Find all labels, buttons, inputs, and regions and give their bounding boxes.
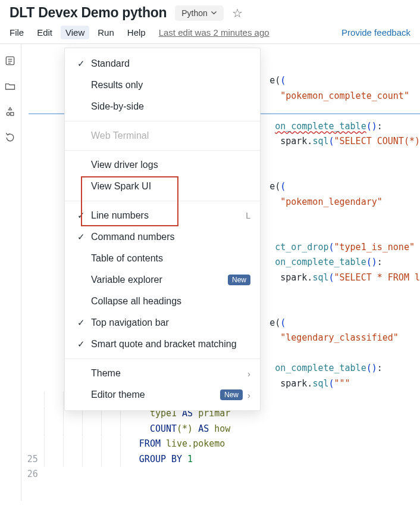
separator [65,201,260,201]
shortcut-label: L [246,211,250,220]
check-icon: ✓ [76,58,86,69]
dd-standard[interactable]: ✓ Standard [65,53,260,74]
separator [65,150,260,151]
menu-help[interactable]: Help [127,27,146,38]
chevron-right-icon: › [247,369,250,379]
dd-view-driver-logs[interactable]: View driver logs [65,154,260,176]
check-icon: ✓ [76,210,86,221]
dd-smart-quote[interactable]: ✓ Smart quote and bracket matching [65,333,260,355]
dd-results-only[interactable]: Results only [65,74,260,96]
folder-icon[interactable] [4,80,16,94]
dd-variable-explorer[interactable]: Variable explorer New [65,269,260,291]
svg-rect-5 [11,113,14,116]
dd-web-terminal: Web Terminal [65,125,260,146]
view-dropdown: ✓ Standard Results only Side-by-side Web… [64,48,261,411]
star-icon[interactable]: ☆ [232,6,243,20]
header: DLT Devex Demo python Python ☆ File Edit… [0,0,420,43]
refresh-icon[interactable] [4,132,16,145]
dd-side-by-side[interactable]: Side-by-side [65,96,260,117]
dd-collapse-headings[interactable]: Collapse all headings [65,291,260,312]
provide-feedback-link[interactable]: Provide feedback [341,27,410,38]
new-badge: New [220,389,243,400]
last-edit-link[interactable]: Last edit was 2 minutes ago [159,27,269,38]
dd-toc[interactable]: Table of contents [65,248,260,269]
outline-icon[interactable] [4,55,16,68]
chevron-down-icon [211,10,217,16]
chevron-right-icon: › [247,390,250,400]
check-icon: ✓ [76,317,86,328]
separator [65,121,260,121]
dd-theme[interactable]: Theme › [65,363,260,384]
dd-top-nav[interactable]: ✓ Top navigation bar [65,312,260,333]
svg-point-4 [7,113,10,116]
separator [65,359,260,359]
check-icon: ✓ [76,232,86,242]
dd-editor-theme[interactable]: Editor theme New › [65,384,260,406]
notebook-title[interactable]: DLT Devex Demo python [10,5,167,21]
language-label: Python [181,8,208,18]
menu-bar: File Edit View Run Help Last edit was 2 … [10,24,410,43]
check-icon: ✓ [76,339,86,350]
dd-view-spark-ui[interactable]: View Spark UI [65,176,260,197]
language-dropdown[interactable]: Python [175,5,224,21]
menu-edit[interactable]: Edit [37,27,52,38]
menu-run[interactable]: Run [98,27,114,38]
menu-view[interactable]: View [61,26,89,39]
menu-file[interactable]: File [10,27,24,38]
gutter: 2526 [21,58,44,497]
left-rail [0,43,21,501]
dd-command-numbers[interactable]: ✓ Command numbers [65,226,260,248]
shapes-icon[interactable] [4,106,16,120]
new-badge: New [228,275,250,285]
dd-line-numbers[interactable]: ✓ Line numbers L [65,205,260,226]
title-row: DLT Devex Demo python Python ☆ [10,5,410,21]
